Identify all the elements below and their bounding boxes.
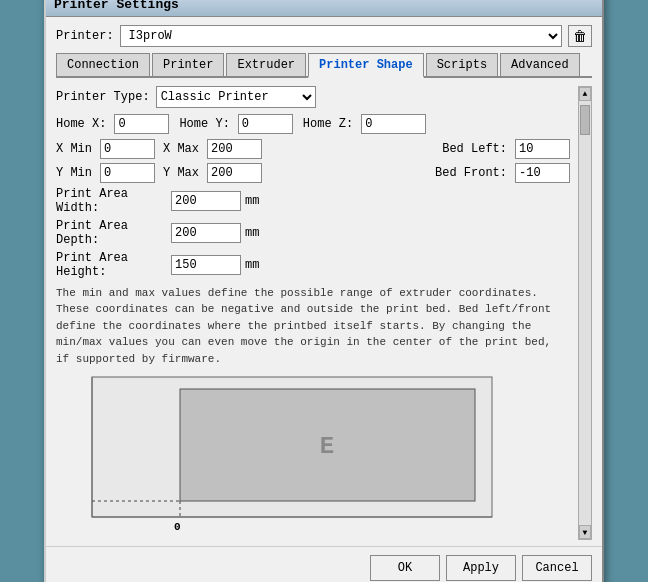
title-bar: Printer Settings	[46, 0, 602, 17]
y-max-input[interactable]	[207, 163, 262, 183]
home-x-group: Home X:	[56, 114, 169, 134]
y-min-group: Y Min	[56, 163, 155, 183]
scroll-thumb[interactable]	[580, 105, 590, 135]
print-area-e-label: E	[320, 433, 334, 460]
x-max-label: X Max	[163, 142, 199, 156]
home-z-label: Home Z:	[303, 117, 353, 131]
tab-printer-shape[interactable]: Printer Shape	[308, 53, 424, 78]
y-min-label: Y Min	[56, 166, 92, 180]
main-content: Printer: I3proW 🗑 Connection Printer Ext…	[46, 17, 602, 547]
description-text: The min and max values define the possib…	[56, 285, 570, 368]
tabs-bar: Connection Printer Extruder Printer Shap…	[56, 53, 592, 78]
window-title: Printer Settings	[54, 0, 179, 12]
tab-extruder[interactable]: Extruder	[226, 53, 306, 76]
x-max-group: X Max	[163, 139, 262, 159]
x-min-label: X Min	[56, 142, 92, 156]
print-area-depth-row: Print Area Depth: mm	[56, 219, 570, 247]
scrollbar[interactable]: ▲ ▼	[578, 86, 592, 541]
print-area-height-row: Print Area Height: mm	[56, 251, 570, 279]
home-z-group: Home Z:	[303, 114, 426, 134]
home-x-input[interactable]	[114, 114, 169, 134]
print-area-width-label: Print Area Width:	[56, 187, 171, 215]
left-panel: Printer Type: Classic Printer Home X: Ho…	[56, 86, 578, 541]
scroll-down-button[interactable]: ▼	[579, 525, 591, 539]
x-min-group: X Min	[56, 139, 155, 159]
printer-label: Printer:	[56, 29, 114, 43]
bed-diagram: Y Max E 0	[70, 375, 500, 540]
apply-button[interactable]: Apply	[446, 555, 516, 581]
home-y-input[interactable]	[238, 114, 293, 134]
print-area-depth-label: Print Area Depth:	[56, 219, 171, 247]
y-max-label: Y Max	[163, 166, 199, 180]
origin-label: 0	[174, 521, 181, 533]
y-max-group: Y Max	[163, 163, 262, 183]
y-min-input[interactable]	[100, 163, 155, 183]
home-y-label: Home Y:	[179, 117, 229, 131]
x-min-input[interactable]	[100, 139, 155, 159]
tab-printer[interactable]: Printer	[152, 53, 224, 76]
printer-type-row: Printer Type: Classic Printer	[56, 86, 570, 108]
printer-settings-window: Printer Settings Printer: I3proW 🗑 Conne…	[44, 0, 604, 582]
bed-front-label: Bed Front:	[435, 166, 507, 180]
printer-row: Printer: I3proW 🗑	[56, 25, 592, 47]
tab-scripts[interactable]: Scripts	[426, 53, 498, 76]
footer-buttons: OK Apply Cancel	[46, 546, 602, 582]
home-row: Home X: Home Y: Home Z:	[56, 114, 570, 134]
home-y-group: Home Y:	[179, 114, 292, 134]
print-area-width-input[interactable]	[171, 191, 241, 211]
print-area-height-label: Print Area Height:	[56, 251, 171, 279]
height-unit: mm	[245, 258, 259, 272]
bed-front-group: Bed Front:	[435, 163, 570, 183]
tab-content-area: Printer Type: Classic Printer Home X: Ho…	[56, 86, 592, 541]
delete-printer-button[interactable]: 🗑	[568, 25, 592, 47]
tab-advanced[interactable]: Advanced	[500, 53, 580, 76]
x-max-input[interactable]	[207, 139, 262, 159]
home-x-label: Home X:	[56, 117, 106, 131]
cancel-button[interactable]: Cancel	[522, 555, 592, 581]
scroll-up-button[interactable]: ▲	[579, 87, 591, 101]
print-area-depth-input[interactable]	[171, 223, 241, 243]
printer-type-label: Printer Type:	[56, 90, 150, 104]
bed-diagram-svg: Y Max E 0	[70, 375, 500, 540]
tab-connection[interactable]: Connection	[56, 53, 150, 76]
bed-left-label: Bed Left:	[442, 142, 507, 156]
width-unit: mm	[245, 194, 259, 208]
printer-type-select[interactable]: Classic Printer	[156, 86, 316, 108]
home-z-input[interactable]	[361, 114, 426, 134]
print-area-height-input[interactable]	[171, 255, 241, 275]
printer-select[interactable]: I3proW	[120, 25, 562, 47]
bed-front-input[interactable]	[515, 163, 570, 183]
x-bounds-row: X Min X Max Bed Left:	[56, 139, 570, 159]
bed-left-input[interactable]	[515, 139, 570, 159]
y-bounds-row: Y Min Y Max Bed Front:	[56, 163, 570, 183]
print-area-width-row: Print Area Width: mm	[56, 187, 570, 215]
depth-unit: mm	[245, 226, 259, 240]
bed-left-group: Bed Left:	[442, 139, 570, 159]
ok-button[interactable]: OK	[370, 555, 440, 581]
